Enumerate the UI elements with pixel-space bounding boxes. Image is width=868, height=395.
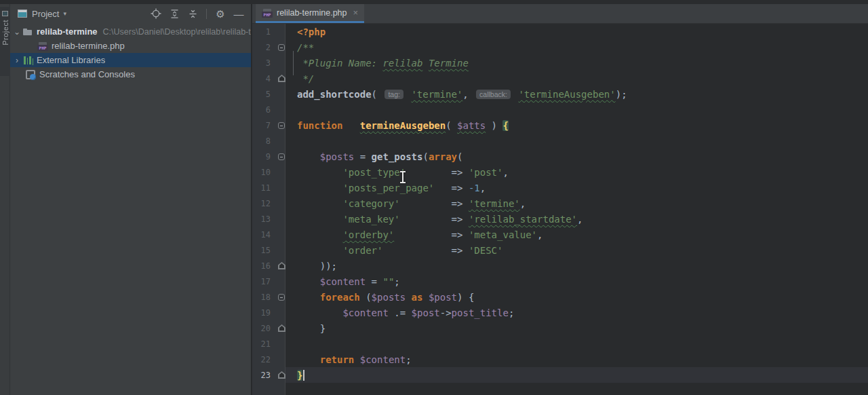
code-token: $content <box>320 276 366 287</box>
code-line[interactable]: 21 <box>252 336 868 352</box>
code-text: foreach ($posts as $post) { <box>297 292 474 303</box>
collapse-all-icon[interactable] <box>186 7 199 20</box>
line-number: 14 <box>252 230 271 240</box>
code-token: relilab <box>382 58 422 69</box>
code-token: 'orderby' <box>342 229 394 240</box>
tree-item-root-folder[interactable]: ⌄relilab-termineC:\Users\Daniel\Desktop\… <box>10 24 251 39</box>
code-token: 'category' <box>342 198 399 209</box>
chevron-right-icon[interactable]: › <box>12 56 22 64</box>
code-token <box>297 276 320 287</box>
code-token: $posts <box>372 292 406 303</box>
ide-window: Project Project ▾ ⚙— ⌄relilab-termineC:\… <box>0 0 868 395</box>
code-line[interactable]: 16 )); <box>252 258 868 274</box>
tree-item-external-libraries[interactable]: ›External Libraries <box>10 53 251 67</box>
locate-icon[interactable] <box>149 7 163 20</box>
chevron-down-icon[interactable]: ⌄ <box>12 28 22 36</box>
code-editor[interactable]: 1<?php2/**3 *Plugin Name: relilab Termin… <box>252 24 868 395</box>
code-line[interactable]: 17 $content = ""; <box>252 274 868 289</box>
line-number: 20 <box>252 324 271 333</box>
fold-end-icon[interactable] <box>278 371 285 379</box>
code-text: } <box>297 323 326 334</box>
code-token: = <box>354 151 371 162</box>
project-tool-window-icon <box>2 11 8 16</box>
code-line[interactable]: 18 foreach ($posts as $post) { <box>252 289 868 305</box>
chevron-down-icon[interactable]: ▾ <box>63 10 66 17</box>
code-line[interactable]: 12 'category' => 'termine', <box>252 195 868 211</box>
line-number: 8 <box>252 136 271 146</box>
code-token <box>297 183 342 193</box>
code-line[interactable]: 9 $posts = get_posts(array( <box>252 149 868 164</box>
line-number: 12 <box>252 199 271 208</box>
tree-item-scratches[interactable]: Scratches and Consoles <box>10 67 251 81</box>
code-token: ) { <box>457 292 474 303</box>
code-line[interactable]: 8 <box>252 133 868 149</box>
editor-caret <box>303 370 304 381</box>
project-panel-title[interactable]: Project <box>32 9 59 19</box>
code-token: as <box>412 292 423 303</box>
code-token: /** <box>297 42 314 53</box>
editor-tab[interactable]: relilab-termine.php × <box>256 4 364 23</box>
code-line[interactable]: 23} <box>252 367 868 383</box>
code-line[interactable]: 14 'orderby' => 'meta_value', <box>252 227 868 242</box>
code-token <box>297 245 342 256</box>
code-token: ; <box>394 276 399 287</box>
code-line[interactable]: 1<?php <box>252 24 868 39</box>
project-tree: ⌄relilab-termineC:\Users\Daniel\Desktop\… <box>10 24 251 81</box>
mouse-text-cursor <box>399 171 406 185</box>
code-line[interactable]: 4 */ <box>252 71 868 86</box>
code-line[interactable]: 3 *Plugin Name: relilab Termine <box>252 55 868 71</box>
folder-icon <box>22 26 33 37</box>
fold-collapse-icon[interactable] <box>278 44 285 51</box>
line-number: 2 <box>252 43 271 52</box>
code-token: , <box>520 198 526 209</box>
code-token <box>297 354 320 365</box>
code-line[interactable]: 6 <box>252 102 868 117</box>
code-token: 'termine' <box>411 89 462 100</box>
project-panel: Project ▾ ⚙— ⌄relilab-termineC:\Users\Da… <box>10 4 252 395</box>
code-line[interactable]: 19 $content .= $post->post_title; <box>252 305 868 320</box>
code-line[interactable]: 11 'posts_per_page' => -1, <box>252 180 868 195</box>
code-line[interactable]: 20 } <box>252 320 868 336</box>
tree-item-label: Scratches and Consoles <box>39 69 135 79</box>
fold-end-icon[interactable] <box>278 324 285 332</box>
fold-end-icon[interactable] <box>278 262 285 269</box>
expand-all-icon[interactable] <box>167 7 181 20</box>
code-token: get_posts <box>372 151 423 162</box>
settings-icon[interactable]: ⚙ <box>214 7 227 20</box>
code-token <box>354 354 359 365</box>
fold-collapse-icon[interactable] <box>278 294 285 301</box>
code-token <box>297 229 342 240</box>
code-line[interactable]: 2/** <box>252 39 868 55</box>
code-line[interactable]: 5add_shortcode( tag: 'termine', callback… <box>252 86 868 102</box>
code-token <box>297 307 342 318</box>
code-text: 'meta_key' => 'relilab_startdate', <box>297 214 583 225</box>
tree-item-php-file[interactable]: relilab-termine.php <box>10 39 251 53</box>
code-line[interactable]: 13 'meta_key' => 'relilab_startdate', <box>252 211 868 227</box>
code-token: -> <box>440 307 452 318</box>
scratch-icon <box>25 69 36 80</box>
editor-tab-label: relilab-termine.php <box>277 8 347 18</box>
code-line[interactable]: 22 return $content; <box>252 352 868 367</box>
code-line[interactable]: 10 'post_type' => 'post', <box>252 164 868 180</box>
project-stripe-button[interactable]: Project <box>0 7 10 76</box>
fold-collapse-icon[interactable] <box>278 153 285 160</box>
code-token: 'post_type' <box>342 167 406 178</box>
fold-collapse-icon[interactable] <box>278 122 285 129</box>
code-text: 'category' => 'termine', <box>297 198 526 209</box>
code-token: ( <box>360 292 372 303</box>
code-token <box>297 198 342 209</box>
code-line[interactable]: 7function termineAusgeben( $atts ) { <box>252 117 868 133</box>
code-token: array <box>429 151 457 162</box>
close-icon[interactable]: × <box>353 8 359 17</box>
editor-tab-bar: relilab-termine.php × <box>252 4 868 24</box>
tree-item-label: relilab-termine <box>37 26 98 37</box>
code-token: ( <box>446 120 457 131</box>
code-text: 'order' => 'DESC' <box>297 245 502 256</box>
code-token: { <box>502 120 508 131</box>
code-line[interactable]: 15 'order' => 'DESC' <box>252 242 868 258</box>
line-number: 22 <box>252 355 271 364</box>
hide-icon[interactable]: — <box>232 7 245 20</box>
fold-end-icon[interactable] <box>278 75 285 82</box>
code-token: 'relilab_startdate' <box>469 214 577 225</box>
code-token: *Plugin Name: <box>297 58 382 69</box>
